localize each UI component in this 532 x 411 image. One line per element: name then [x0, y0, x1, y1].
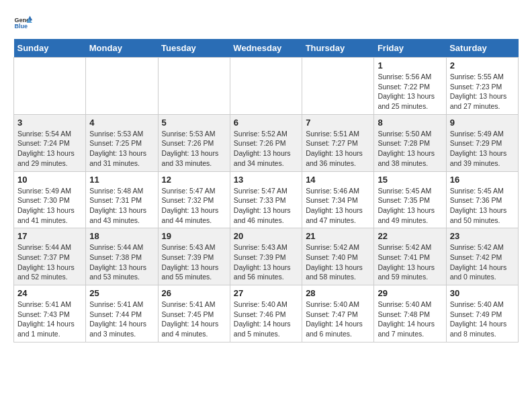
day-cell: 19Sunrise: 5:43 AM Sunset: 7:39 PM Dayli…: [158, 228, 230, 285]
day-number: 18: [89, 231, 154, 241]
day-number: 11: [89, 175, 154, 185]
day-cell: 6Sunrise: 5:52 AM Sunset: 7:26 PM Daylig…: [230, 114, 302, 171]
day-info: Sunrise: 5:49 AM Sunset: 7:30 PM Dayligh…: [17, 186, 82, 226]
day-number: 14: [306, 175, 370, 185]
week-row-1: 1Sunrise: 5:56 AM Sunset: 7:22 PM Daylig…: [14, 58, 519, 115]
day-info: Sunrise: 5:52 AM Sunset: 7:26 PM Dayligh…: [234, 129, 298, 169]
day-info: Sunrise: 5:48 AM Sunset: 7:31 PM Dayligh…: [89, 186, 154, 226]
day-number: 2: [450, 60, 515, 71]
day-info: Sunrise: 5:41 AM Sunset: 7:44 PM Dayligh…: [89, 300, 154, 339]
day-cell: [86, 58, 158, 115]
weekday-header-thursday: Thursday: [302, 39, 374, 58]
day-number: 27: [234, 288, 298, 298]
day-info: Sunrise: 5:51 AM Sunset: 7:27 PM Dayligh…: [306, 129, 370, 169]
day-cell: 23Sunrise: 5:42 AM Sunset: 7:42 PM Dayli…: [446, 228, 518, 285]
page-header: General Blue: [13, 13, 519, 32]
day-info: Sunrise: 5:55 AM Sunset: 7:23 PM Dayligh…: [450, 72, 515, 111]
day-cell: 12Sunrise: 5:47 AM Sunset: 7:32 PM Dayli…: [158, 171, 230, 228]
day-cell: 11Sunrise: 5:48 AM Sunset: 7:31 PM Dayli…: [86, 171, 158, 228]
day-cell: 21Sunrise: 5:42 AM Sunset: 7:40 PM Dayli…: [302, 228, 374, 285]
day-info: Sunrise: 5:53 AM Sunset: 7:25 PM Dayligh…: [89, 129, 154, 169]
day-cell: [230, 58, 302, 115]
day-cell: 30Sunrise: 5:40 AM Sunset: 7:49 PM Dayli…: [446, 285, 518, 342]
day-info: Sunrise: 5:40 AM Sunset: 7:49 PM Dayligh…: [450, 300, 515, 339]
day-cell: 16Sunrise: 5:45 AM Sunset: 7:36 PM Dayli…: [446, 171, 518, 228]
day-info: Sunrise: 5:42 AM Sunset: 7:41 PM Dayligh…: [378, 242, 442, 282]
day-cell: 24Sunrise: 5:41 AM Sunset: 7:43 PM Dayli…: [14, 285, 86, 342]
day-number: 6: [234, 118, 298, 128]
day-number: 4: [89, 118, 154, 128]
day-number: 7: [306, 118, 370, 128]
day-info: Sunrise: 5:47 AM Sunset: 7:32 PM Dayligh…: [162, 186, 226, 226]
weekday-header-monday: Monday: [86, 39, 158, 58]
day-number: 21: [306, 231, 370, 241]
day-number: 23: [450, 231, 515, 241]
day-number: 20: [234, 231, 298, 241]
day-cell: 10Sunrise: 5:49 AM Sunset: 7:30 PM Dayli…: [14, 171, 86, 228]
day-number: 17: [17, 231, 82, 241]
day-cell: [14, 58, 86, 115]
day-info: Sunrise: 5:41 AM Sunset: 7:45 PM Dayligh…: [162, 300, 226, 339]
day-info: Sunrise: 5:56 AM Sunset: 7:22 PM Dayligh…: [378, 72, 442, 111]
day-info: Sunrise: 5:46 AM Sunset: 7:34 PM Dayligh…: [306, 186, 370, 226]
weekday-header-wednesday: Wednesday: [230, 39, 302, 58]
day-number: 5: [162, 118, 226, 128]
weekday-header-row: SundayMondayTuesdayWednesdayThursdayFrid…: [14, 39, 519, 58]
calendar-table: SundayMondayTuesdayWednesdayThursdayFrid…: [13, 39, 519, 342]
day-info: Sunrise: 5:40 AM Sunset: 7:48 PM Dayligh…: [378, 300, 442, 339]
day-cell: 1Sunrise: 5:56 AM Sunset: 7:22 PM Daylig…: [374, 58, 446, 115]
day-cell: 29Sunrise: 5:40 AM Sunset: 7:48 PM Dayli…: [374, 285, 446, 342]
day-cell: 18Sunrise: 5:44 AM Sunset: 7:38 PM Dayli…: [86, 228, 158, 285]
day-number: 3: [17, 118, 82, 128]
day-cell: 17Sunrise: 5:44 AM Sunset: 7:37 PM Dayli…: [14, 228, 86, 285]
day-info: Sunrise: 5:54 AM Sunset: 7:24 PM Dayligh…: [17, 129, 82, 169]
week-row-2: 3Sunrise: 5:54 AM Sunset: 7:24 PM Daylig…: [14, 114, 519, 171]
day-number: 16: [450, 175, 515, 185]
day-info: Sunrise: 5:45 AM Sunset: 7:35 PM Dayligh…: [378, 186, 442, 226]
day-number: 26: [162, 288, 226, 298]
day-info: Sunrise: 5:49 AM Sunset: 7:29 PM Dayligh…: [450, 129, 515, 169]
day-info: Sunrise: 5:47 AM Sunset: 7:33 PM Dayligh…: [234, 186, 298, 226]
day-info: Sunrise: 5:45 AM Sunset: 7:36 PM Dayligh…: [450, 186, 515, 226]
day-number: 22: [378, 231, 442, 241]
day-cell: 14Sunrise: 5:46 AM Sunset: 7:34 PM Dayli…: [302, 171, 374, 228]
day-info: Sunrise: 5:42 AM Sunset: 7:40 PM Dayligh…: [306, 242, 370, 282]
day-number: 9: [450, 118, 515, 128]
day-cell: 25Sunrise: 5:41 AM Sunset: 7:44 PM Dayli…: [86, 285, 158, 342]
day-cell: 20Sunrise: 5:43 AM Sunset: 7:39 PM Dayli…: [230, 228, 302, 285]
day-number: 13: [234, 175, 298, 185]
weekday-header-friday: Friday: [374, 39, 446, 58]
day-cell: 2Sunrise: 5:55 AM Sunset: 7:23 PM Daylig…: [446, 58, 518, 115]
weekday-header-sunday: Sunday: [14, 39, 86, 58]
weekday-header-saturday: Saturday: [446, 39, 518, 58]
day-cell: 27Sunrise: 5:40 AM Sunset: 7:46 PM Dayli…: [230, 285, 302, 342]
day-cell: 9Sunrise: 5:49 AM Sunset: 7:29 PM Daylig…: [446, 114, 518, 171]
day-number: 12: [162, 175, 226, 185]
day-info: Sunrise: 5:50 AM Sunset: 7:28 PM Dayligh…: [378, 129, 442, 169]
logo: General Blue: [13, 13, 35, 32]
day-cell: 28Sunrise: 5:40 AM Sunset: 7:47 PM Dayli…: [302, 285, 374, 342]
logo-icon: General Blue: [13, 13, 32, 32]
day-number: 1: [378, 60, 442, 71]
day-info: Sunrise: 5:40 AM Sunset: 7:46 PM Dayligh…: [234, 300, 298, 339]
day-number: 29: [378, 288, 442, 298]
day-info: Sunrise: 5:44 AM Sunset: 7:37 PM Dayligh…: [17, 242, 82, 282]
week-row-5: 24Sunrise: 5:41 AM Sunset: 7:43 PM Dayli…: [14, 285, 519, 342]
day-number: 15: [378, 175, 442, 185]
day-number: 24: [17, 288, 82, 298]
day-info: Sunrise: 5:42 AM Sunset: 7:42 PM Dayligh…: [450, 242, 515, 282]
day-info: Sunrise: 5:43 AM Sunset: 7:39 PM Dayligh…: [162, 242, 226, 282]
day-cell: [158, 58, 230, 115]
day-cell: 26Sunrise: 5:41 AM Sunset: 7:45 PM Dayli…: [158, 285, 230, 342]
day-number: 8: [378, 118, 442, 128]
week-row-3: 10Sunrise: 5:49 AM Sunset: 7:30 PM Dayli…: [14, 171, 519, 228]
day-info: Sunrise: 5:40 AM Sunset: 7:47 PM Dayligh…: [306, 300, 370, 339]
day-number: 10: [17, 175, 82, 185]
day-info: Sunrise: 5:53 AM Sunset: 7:26 PM Dayligh…: [162, 129, 226, 169]
day-cell: 8Sunrise: 5:50 AM Sunset: 7:28 PM Daylig…: [374, 114, 446, 171]
day-cell: 5Sunrise: 5:53 AM Sunset: 7:26 PM Daylig…: [158, 114, 230, 171]
day-info: Sunrise: 5:43 AM Sunset: 7:39 PM Dayligh…: [234, 242, 298, 282]
day-number: 19: [162, 231, 226, 241]
day-cell: 15Sunrise: 5:45 AM Sunset: 7:35 PM Dayli…: [374, 171, 446, 228]
week-row-4: 17Sunrise: 5:44 AM Sunset: 7:37 PM Dayli…: [14, 228, 519, 285]
